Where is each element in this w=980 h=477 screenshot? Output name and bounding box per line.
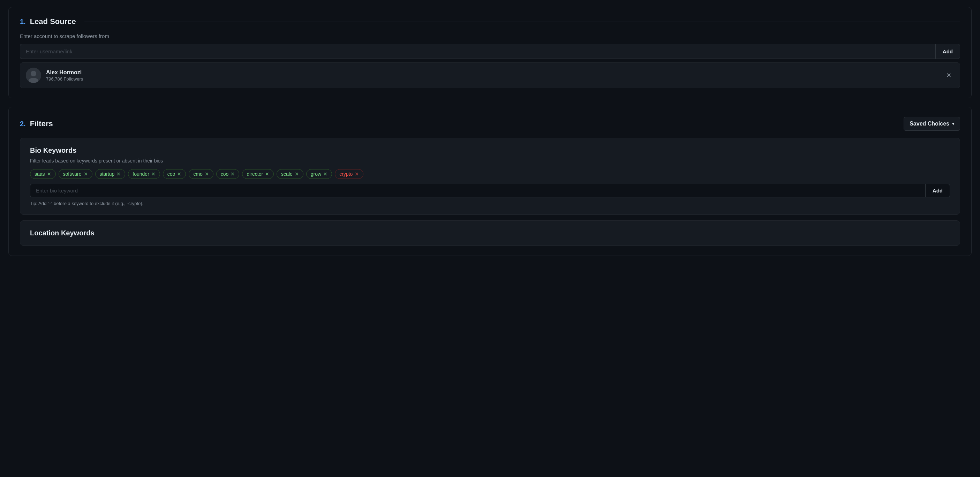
bio-keyword-tag: startup✕ [95,169,126,179]
tag-remove-button[interactable]: ✕ [295,172,299,176]
tag-remove-button[interactable]: ✕ [355,172,359,176]
filters-header: 2. Filters Saved Choices ▾ [20,117,960,131]
tag-remove-button[interactable]: ✕ [47,172,51,176]
bio-keyword-tag: crypto✕ [335,169,363,179]
lead-source-header: 1. Lead Source [20,17,960,26]
lead-source-add-button[interactable]: Add [935,44,960,59]
username-input[interactable] [20,44,935,59]
avatar [26,68,41,83]
tag-label: cmo [193,171,202,177]
bio-keyword-input-row: Add [30,184,950,197]
bio-keyword-tag: founder✕ [128,169,160,179]
tag-label: scale [281,171,293,177]
filters-section: 2. Filters Saved Choices ▾ Bio Keywords … [8,107,972,256]
saved-choices-button[interactable]: Saved Choices ▾ [904,117,960,131]
bio-keyword-tip: Tip: Add "-" before a keyword to exclude… [30,201,950,206]
account-followers: 796,786 Followers [46,76,943,81]
lead-source-label: Enter account to scrape followers from [20,33,960,39]
account-remove-button[interactable]: ✕ [943,71,954,80]
bio-keyword-tag: director✕ [242,169,274,179]
filters-step-number: 2. [20,120,26,128]
bio-keywords-card: Bio Keywords Filter leads based on keywo… [20,138,960,215]
location-keywords-title: Location Keywords [30,229,950,237]
lead-source-input-row: Add [20,44,960,59]
lead-source-step-number: 1. [20,18,26,26]
tag-remove-button[interactable]: ✕ [84,172,88,176]
svg-point-1 [31,71,36,76]
bio-keywords-title: Bio Keywords [30,146,950,154]
bio-keyword-tag: ceo✕ [163,169,186,179]
bio-keyword-tag: coo✕ [216,169,240,179]
bio-keyword-add-button[interactable]: Add [925,184,950,197]
bio-keyword-tag: grow✕ [306,169,332,179]
tag-remove-button[interactable]: ✕ [205,172,209,176]
tag-remove-button[interactable]: ✕ [151,172,156,176]
bio-keyword-input[interactable] [30,184,925,197]
account-info: Alex Hormozi 796,786 Followers [46,69,943,81]
lead-source-divider [84,22,960,22]
tag-label: director [247,171,263,177]
tag-remove-button[interactable]: ✕ [177,172,181,176]
tag-label: startup [100,171,115,177]
bio-keyword-tag: software✕ [59,169,92,179]
account-name: Alex Hormozi [46,69,943,76]
lead-source-title: Lead Source [30,17,76,26]
bio-keyword-tag: saas✕ [30,169,56,179]
tag-label: crypto [339,171,353,177]
bio-keyword-tag: cmo✕ [189,169,213,179]
tag-label: coo [221,171,229,177]
tag-remove-button[interactable]: ✕ [323,172,328,176]
bio-keywords-tags: saas✕software✕startup✕founder✕ceo✕cmo✕co… [30,169,950,179]
filters-title: Filters [30,119,53,128]
tag-label: grow [311,171,321,177]
tag-label: ceo [167,171,175,177]
tag-remove-button[interactable]: ✕ [116,172,121,176]
filters-header-left: 2. Filters [20,119,904,128]
tag-label: founder [132,171,149,177]
tag-remove-button[interactable]: ✕ [265,172,269,176]
bio-keywords-description: Filter leads based on keywords present o… [30,158,950,164]
bio-keyword-tag: scale✕ [277,169,304,179]
account-item: Alex Hormozi 796,786 Followers ✕ [20,62,960,88]
lead-source-section: 1. Lead Source Enter account to scrape f… [8,7,972,98]
tag-label: saas [35,171,45,177]
tag-remove-button[interactable]: ✕ [231,172,235,176]
filters-divider [61,124,904,124]
tag-label: software [63,171,82,177]
location-keywords-card: Location Keywords [20,220,960,246]
chevron-down-icon: ▾ [952,121,954,126]
saved-choices-label: Saved Choices [910,121,949,127]
